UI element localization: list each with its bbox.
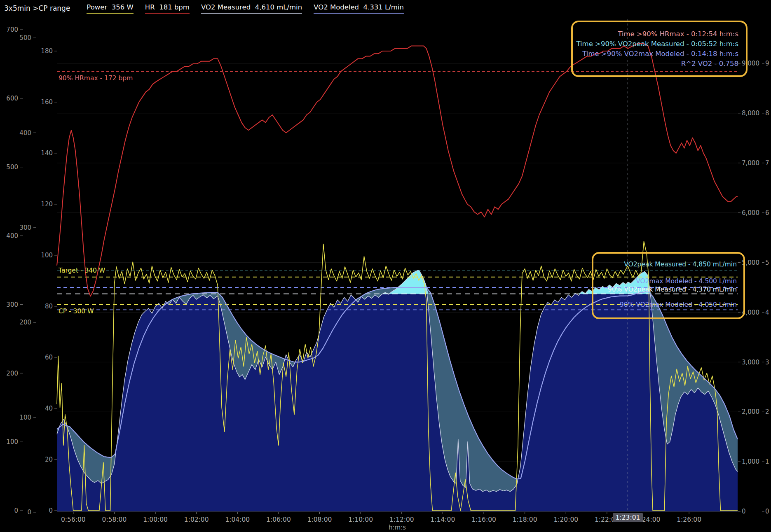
vo2-tick-label: 3,000 (742, 359, 759, 366)
legend-bar: 3x5min >CP range Power 356 WHR 181 bpmVO… (0, 0, 404, 16)
x-tick-label: 0:56:00 (61, 516, 86, 523)
x-tick-label: 1:00:00 (143, 516, 168, 523)
hr-tick-label: 60 (45, 354, 53, 361)
time-metric-line-0: Time >90% HRmax - 0:12:54 h:m:s (618, 30, 738, 38)
vo2_model-tick-label: 1 (765, 458, 769, 465)
vo2_model-tick-label: 4 (765, 309, 769, 316)
vo2_model-tick-label: 7 (765, 159, 769, 167)
vo2-thresholds-box (592, 252, 745, 319)
legend-item-vo2-measured[interactable]: VO2 Measured 4,610 mL/min (201, 3, 302, 14)
power-tick-label: 200 (6, 370, 18, 377)
cursor-time-label[interactable]: 1:23:01 (613, 513, 643, 522)
x-tick-label: 1:20:00 (553, 516, 578, 523)
x-tick-label: 1:02:00 (184, 516, 209, 523)
x-tick-label: 1:18:00 (513, 516, 537, 523)
aux-tick-label: 200 (19, 319, 31, 326)
vo2-tick-label: 8,000 (742, 110, 759, 117)
vo2_model-tick-label: 2 (765, 408, 769, 415)
hr-tick-label: 120 (41, 201, 53, 208)
hr-tick-label: 20 (45, 456, 53, 463)
vo2-tick-label: 1,000 (742, 458, 759, 465)
x-tick-label: 1:08:00 (307, 516, 332, 523)
x-tick-label: 1:06:00 (266, 516, 291, 523)
chart-title: 3x5min >CP range (4, 4, 70, 12)
x-tick-label: 1:10:00 (348, 516, 373, 523)
hr-tick-label: 180 (41, 47, 53, 55)
power-tick-label: 500 (6, 163, 18, 171)
vo2-tick-label: 6,000 (742, 209, 759, 217)
time-metric-line-3: R^2 VO2 - 0.758 (681, 60, 738, 68)
vo2-tick-label: 2,000 (742, 408, 759, 415)
vo2_model-tick-label: 0 (765, 508, 769, 515)
hr-tick-label: 80 (45, 303, 53, 310)
power-tick-label: 700 (6, 26, 18, 33)
series-legend: Power 356 WHR 181 bpmVO2 Measured 4,610 … (87, 3, 404, 14)
aux-tick-label: 100 (19, 414, 31, 421)
legend-item-vo2-modeled[interactable]: VO2 Modeled 4.331 L/min (314, 3, 404, 14)
power-tick-label: 600 (6, 95, 18, 102)
aux-tick-label: 300 (19, 224, 31, 231)
hr-tick-label: 0 (49, 507, 53, 514)
vo2_model-tick-label: 6 (765, 209, 769, 217)
hr-tick-label: 140 (41, 149, 53, 157)
x-tick-label: 1:12:00 (389, 516, 414, 523)
power-tick-label: 300 (6, 301, 18, 308)
hr-tick-label: 40 (45, 405, 53, 412)
vo2_model-tick-label: 8 (765, 110, 769, 117)
aux-tick-label: 400 (19, 129, 31, 137)
time-metric-line-2: Time >90% VO2max Modeled - 0:14:18 h:m:s (582, 50, 738, 58)
x-tick-label: 1:16:00 (471, 516, 496, 523)
time-metric-line-1: Time >90% VO2peak Measured - 0:05:52 h:m… (576, 40, 738, 48)
x-tick-label: 1:26:00 (677, 516, 701, 523)
vo2_model-tick-label: 5 (765, 259, 769, 266)
aux-tick-label: 500 (19, 34, 31, 42)
power-tick-label: 0 (14, 507, 18, 514)
legend-item-power[interactable]: Power 356 W (87, 3, 133, 14)
x-axis-title: h:m:s (57, 524, 738, 531)
vo2-tick-label: 0 (742, 508, 746, 515)
x-tick-label: 1:04:00 (225, 516, 250, 523)
hr-tick-label: 100 (41, 252, 53, 259)
vo2-tick-label: 7,000 (742, 159, 759, 167)
power-tick-label: 400 (6, 232, 18, 240)
vo2_model-tick-label: 3 (765, 359, 769, 366)
legend-item-hr[interactable]: HR 181 bpm (145, 3, 190, 14)
x-tick-label: 0:58:00 (102, 516, 127, 523)
aux-tick-label: 0 (27, 509, 31, 516)
power-tick-label: 100 (6, 438, 18, 446)
time-metrics-box: Time >90% HRmax - 0:12:54 h:m:sTime >90%… (571, 21, 748, 77)
vo2_model-tick-label: 9 (765, 60, 769, 67)
x-tick-label: 1:14:00 (431, 516, 455, 523)
hr-tick-label: 160 (41, 98, 53, 106)
